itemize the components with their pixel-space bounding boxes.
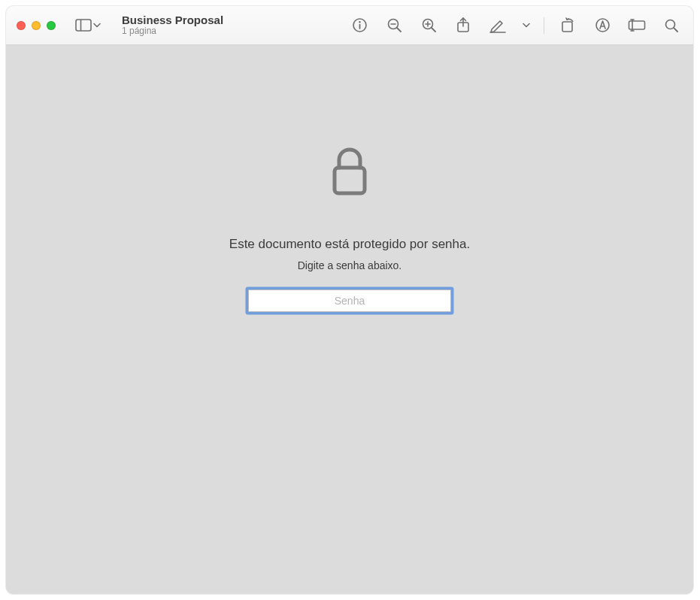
app-window: Business Proposal 1 página [6, 6, 693, 594]
markup-icon [595, 17, 611, 33]
rotate-icon [559, 17, 576, 34]
locked-headline: Este documento está protegido por senha. [229, 237, 470, 252]
document-title: Business Proposal [122, 14, 223, 26]
highlight-menu-button[interactable] [521, 14, 532, 37]
window-controls [17, 21, 56, 30]
title-block: Business Proposal 1 página [120, 14, 223, 37]
svg-point-3 [359, 21, 360, 23]
svg-line-23 [674, 28, 677, 32]
content-area: Este documento está protegido por senha.… [6, 45, 693, 594]
zoom-out-button[interactable] [383, 14, 405, 37]
markup-button[interactable] [591, 14, 614, 37]
zoom-in-button[interactable] [417, 14, 440, 37]
zoom-out-icon [386, 17, 402, 33]
minimize-window-button[interactable] [32, 21, 41, 30]
info-icon [352, 17, 368, 33]
search-button[interactable] [660, 14, 683, 37]
close-window-button[interactable] [17, 21, 26, 30]
toolbar-divider [544, 17, 544, 34]
svg-rect-0 [76, 20, 91, 31]
fullscreen-window-button[interactable] [47, 21, 56, 30]
form-icon [628, 19, 646, 32]
lock-icon [329, 147, 370, 201]
chevron-down-icon [93, 23, 101, 28]
sidebar-icon [75, 19, 92, 32]
svg-line-6 [397, 28, 401, 32]
toolbar [348, 14, 683, 37]
sidebar-toggle-button[interactable] [71, 16, 105, 35]
highlight-button[interactable] [486, 14, 509, 37]
document-page-count: 1 página [122, 26, 223, 37]
chevron-down-icon [523, 23, 530, 28]
svg-rect-15 [562, 22, 572, 32]
share-button[interactable] [452, 14, 474, 37]
svg-rect-18 [629, 21, 645, 29]
svg-rect-4 [359, 24, 360, 29]
password-input[interactable] [248, 289, 451, 312]
locked-instruction: Digite a senha abaixo. [298, 259, 402, 271]
search-icon [664, 18, 679, 33]
svg-rect-24 [335, 168, 365, 193]
highlight-icon [489, 18, 506, 33]
svg-line-9 [432, 28, 435, 32]
zoom-in-icon [421, 17, 437, 33]
rotate-button[interactable] [556, 14, 579, 37]
inspector-button[interactable] [348, 14, 371, 37]
form-fill-button[interactable] [626, 14, 648, 37]
titlebar: Business Proposal 1 página [6, 6, 693, 45]
share-icon [456, 17, 471, 34]
